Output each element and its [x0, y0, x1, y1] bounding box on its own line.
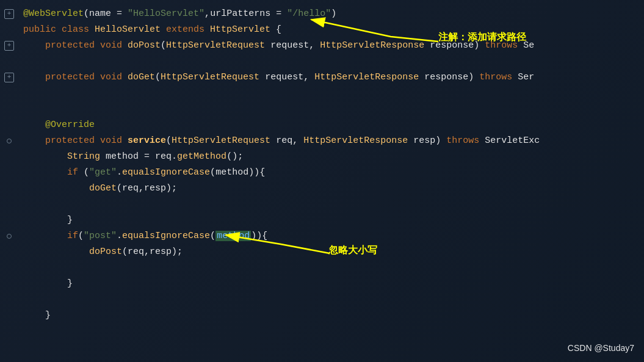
line-content-7 — [18, 102, 29, 117]
line-content-13 — [18, 197, 29, 212]
line-content-19 — [18, 292, 29, 307]
gutter-5: + — [0, 73, 18, 82]
line-20: } — [0, 308, 644, 324]
gutter-1: + — [0, 9, 18, 19]
line-content-16: doPost(req,resp); — [18, 245, 183, 259]
expand-icon-1[interactable]: + — [4, 9, 14, 19]
line-content-12: doGet(req,resp); — [18, 181, 177, 196]
line-content-14: } — [18, 213, 73, 228]
line-content-9: protected void service(HttpServletReques… — [18, 134, 540, 148]
line-19 — [0, 292, 644, 308]
code-lines: + @WebServlet(name = "HelloServlet",urlP… — [0, 6, 644, 324]
gutter-3: + — [0, 41, 18, 51]
line-content-1: @WebServlet(name = "HelloServlet",urlPat… — [18, 7, 336, 21]
expand-icon-5[interactable]: + — [4, 73, 14, 82]
line-17 — [0, 260, 644, 276]
annotation-override: @Override — [45, 120, 95, 130]
line-14: } — [0, 212, 644, 228]
code-editor: + @WebServlet(name = "HelloServlet",urlP… — [0, 0, 644, 362]
line-16: doPost(req,resp); — [0, 244, 644, 260]
line-10: String method = req.getMethod(); — [0, 149, 644, 165]
line-3: + protected void doPost(HttpServletReque… — [0, 38, 644, 54]
breakpoint-dot-15[interactable] — [7, 234, 12, 239]
line-content-11: if ("get".equalsIgnoreCase(method)){ — [18, 165, 265, 180]
line-content-3: protected void doPost(HttpServletRequest… — [18, 38, 534, 53]
line-4 — [0, 54, 644, 70]
line-7 — [0, 101, 644, 117]
line-content-20: } — [18, 308, 51, 323]
line-6 — [0, 85, 644, 101]
method-highlight: method — [215, 231, 251, 241]
line-content-4 — [18, 54, 29, 69]
annotation-webservlet: @WebServlet — [23, 9, 84, 19]
breakpoint-dot-9[interactable] — [7, 139, 12, 143]
line-8: @Override — [0, 117, 644, 133]
line-2: public class HelloServlet extends HttpSe… — [0, 22, 644, 38]
line-content-17 — [18, 261, 29, 275]
csdn-watermark: CSDN @Studay7 — [568, 341, 634, 355]
line-content-15: if("post".equalsIgnoreCase(method)){ — [18, 229, 267, 244]
expand-icon-3[interactable]: + — [4, 41, 14, 51]
gutter-9 — [0, 139, 18, 143]
gutter-15 — [0, 234, 18, 239]
line-5: + protected void doGet(HttpServletReques… — [0, 70, 644, 85]
line-content-2: public class HelloServlet extends HttpSe… — [18, 23, 281, 37]
line-content-10: String method = req.getMethod(); — [18, 150, 243, 164]
line-13 — [0, 197, 644, 212]
line-15: if("post".equalsIgnoreCase(method)){ — [0, 228, 644, 244]
line-11: if ("get".equalsIgnoreCase(method)){ — [0, 165, 644, 181]
line-content-18: } — [18, 277, 73, 291]
line-content-8: @Override — [18, 118, 95, 132]
line-content-6 — [18, 86, 29, 101]
line-9: protected void service(HttpServletReques… — [0, 133, 644, 149]
line-18: } — [0, 276, 644, 292]
line-content-5: protected void doGet(HttpServletRequest … — [18, 70, 534, 85]
line-1: + @WebServlet(name = "HelloServlet",urlP… — [0, 6, 644, 22]
line-12: doGet(req,resp); — [0, 181, 644, 197]
